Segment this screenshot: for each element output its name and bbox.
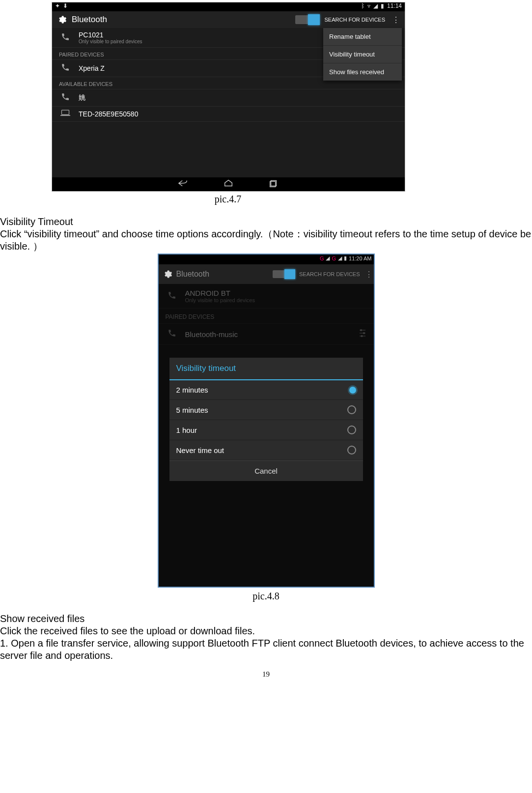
bluetooth-toggle[interactable]	[273, 270, 295, 278]
option-label: 5 minutes	[176, 406, 208, 414]
dialog-option[interactable]: 2 minutes	[169, 380, 363, 400]
home-icon[interactable]	[223, 179, 234, 189]
recent-icon[interactable]	[268, 179, 279, 189]
screen-title: Bluetooth	[176, 270, 210, 279]
svg-rect-1	[60, 115, 70, 116]
paired-device-name: Xperia Z	[79, 64, 105, 72]
phone-icon	[59, 63, 72, 74]
self-device-sub: Only visible to paired devices	[79, 39, 142, 44]
visibility-timeout-dialog: Visibility timeout 2 minutes 5 minutes 1…	[169, 358, 363, 481]
network-icon: G	[332, 255, 336, 261]
overflow-menu: Rename tablet Visibility timeout Show fi…	[323, 28, 402, 81]
available-device-row[interactable]: TED-285E9E50580	[52, 107, 405, 122]
section-heading: Visibility Timeout	[0, 216, 532, 228]
action-bar: Bluetooth SEARCH FOR DEVICES ⋮	[159, 264, 374, 284]
network-icon: G	[320, 255, 324, 261]
option-label: 2 minutes	[176, 386, 208, 394]
page-number: 19	[0, 670, 532, 679]
overflow-icon[interactable]: ⋮	[364, 270, 374, 279]
notification-icon: ✦	[55, 2, 60, 9]
search-devices-button[interactable]: SEARCH FOR DEVICES	[295, 271, 364, 277]
signal-icon: ◢	[373, 2, 378, 9]
body-paragraph: 1. Open a file transfer service, allowin…	[0, 637, 532, 662]
menu-show-files-received[interactable]: Show files received	[323, 63, 402, 81]
figure-caption: pic.4.8	[0, 591, 532, 602]
dialog-option[interactable]: 5 minutes	[169, 400, 363, 420]
search-devices-button[interactable]: SEARCH FOR DEVICES	[320, 11, 390, 28]
available-device-row[interactable]: 姚	[52, 89, 405, 107]
radio-icon	[347, 446, 356, 454]
toggle-knob	[284, 269, 295, 279]
battery-icon: ▮	[344, 255, 347, 261]
radio-icon	[347, 425, 356, 434]
phone-icon	[59, 32, 72, 43]
svg-rect-0	[62, 110, 69, 114]
clock: 11:14	[387, 2, 402, 9]
radio-selected-icon	[349, 387, 356, 394]
action-bar: Bluetooth SEARCH FOR DEVICES ⋮	[52, 11, 405, 28]
option-label: 1 hour	[176, 426, 197, 434]
status-bar: G ◢ G ◢ ▮ 11:20 AM	[159, 255, 374, 264]
screen-title: Bluetooth	[72, 15, 107, 25]
nav-bar	[52, 177, 405, 191]
menu-visibility-timeout[interactable]: Visibility timeout	[323, 46, 402, 63]
laptop-icon	[59, 110, 72, 118]
screenshot-visibility-timeout: G ◢ G ◢ ▮ 11:20 AM Bluetooth SEARCH FOR …	[158, 254, 375, 588]
available-device-name: TED-285E9E50580	[79, 110, 138, 118]
wifi-icon: ▿	[367, 2, 370, 9]
toggle-knob	[308, 14, 320, 25]
screenshot-bluetooth-menu: ✦ ⬇ ᛒ ▿ ◢ ▮ 11:14 Bluetooth SEARCH FOR D…	[52, 2, 405, 192]
dialog-cancel-button[interactable]: Cancel	[169, 460, 363, 481]
menu-rename-tablet[interactable]: Rename tablet	[323, 28, 402, 46]
download-icon: ⬇	[63, 2, 68, 9]
available-device-name: 姚	[79, 93, 85, 102]
bluetooth-toggle[interactable]	[295, 15, 320, 24]
section-heading: Show received files	[0, 613, 532, 625]
figure-caption: pic.4.7	[52, 194, 404, 205]
bluetooth-icon: ᛒ	[361, 2, 364, 9]
settings-icon[interactable]	[163, 269, 172, 279]
back-icon[interactable]	[178, 179, 189, 189]
status-bar: ✦ ⬇ ᛒ ▿ ◢ ▮ 11:14	[52, 2, 405, 11]
option-label: Never time out	[176, 446, 224, 454]
dialog-title: Visibility timeout	[169, 358, 363, 380]
dialog-option[interactable]: Never time out	[169, 440, 363, 460]
settings-icon[interactable]	[57, 15, 67, 25]
body-paragraph: Click “visibility timeout” and choose ti…	[0, 228, 532, 253]
self-device-name: PC1021	[79, 31, 142, 39]
phone-icon	[59, 92, 72, 103]
overflow-icon[interactable]: ⋮	[390, 15, 405, 25]
dialog-option[interactable]: 1 hour	[169, 420, 363, 440]
battery-icon: ▮	[381, 2, 384, 9]
signal-icon: ◢	[338, 255, 342, 261]
radio-icon	[347, 405, 356, 414]
signal-icon: ◢	[326, 255, 330, 261]
body-paragraph: Click the received files to see the uplo…	[0, 625, 532, 637]
clock: 11:20 AM	[349, 255, 371, 261]
